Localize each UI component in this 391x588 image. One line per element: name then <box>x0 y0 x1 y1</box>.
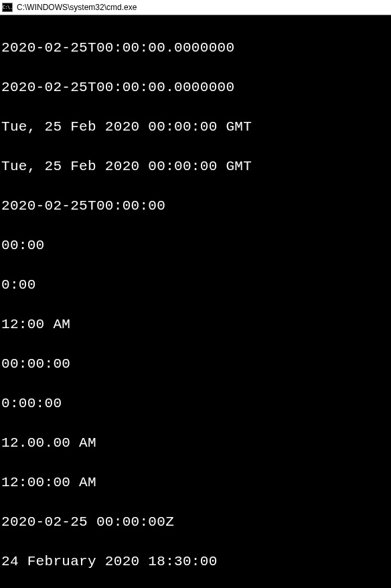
window-titlebar: C:\. C:\WINDOWS\system32\cmd.exe <box>0 0 391 15</box>
output-line: 0:00 <box>1 275 390 295</box>
cmd-icon-text: C:\. <box>3 5 13 10</box>
cmd-icon: C:\. <box>2 3 13 12</box>
output-line: 2020-02-25T00:00:00 <box>1 196 390 216</box>
window-title: C:\WINDOWS\system32\cmd.exe <box>17 3 137 12</box>
output-line: 2020-02-25T00:00:00.0000000 <box>1 38 390 58</box>
output-line: Tue, 25 Feb 2020 00:00:00 GMT <box>1 157 390 177</box>
output-line: Tue, 25 Feb 2020 00:00:00 GMT <box>1 117 390 137</box>
console-output[interactable]: 2020-02-25T00:00:00.0000000 2020-02-25T0… <box>0 15 391 588</box>
output-line: 0:00:00 <box>1 394 390 414</box>
output-line: 12.00.00 AM <box>1 433 390 453</box>
output-line: 00:00 <box>1 236 390 256</box>
output-line: 2020-02-25 00:00:00Z <box>1 512 390 532</box>
output-line: 12:00 AM <box>1 315 390 335</box>
output-line: 12:00:00 AM <box>1 473 390 493</box>
output-line: 2020-02-25T00:00:00.0000000 <box>1 78 390 98</box>
output-line: 24 February 2020 18:30:00 <box>1 552 390 572</box>
output-line: 00:00:00 <box>1 354 390 374</box>
